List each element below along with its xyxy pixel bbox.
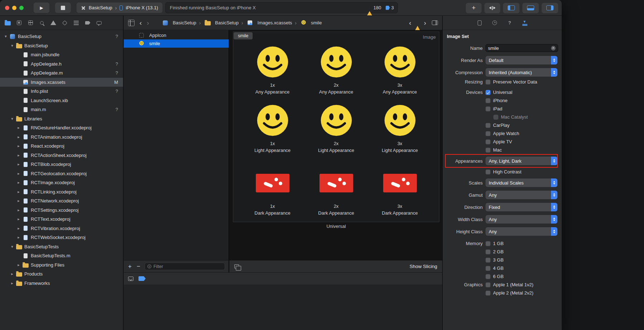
tree-item-rctanimation-xcodeproj[interactable]: ▸RCTAnimation.xcodeproj — [0, 133, 123, 142]
image-well[interactable] — [319, 167, 353, 200]
zoom-window-button[interactable] — [19, 6, 24, 10]
project-navigator-icon[interactable] — [4, 20, 11, 26]
image-well[interactable] — [383, 167, 417, 200]
image-well[interactable] — [256, 167, 289, 200]
image-well[interactable] — [384, 104, 416, 137]
disclosure-collapsed-icon[interactable]: ▸ — [16, 135, 21, 139]
tree-item-info-plist[interactable]: Info.plist? — [0, 87, 123, 96]
checkbox-apple-1-metal-1v2-[interactable] — [486, 282, 491, 287]
add-editor-button[interactable] — [432, 20, 438, 25]
tree-item-rctgeolocation-xcodeproj[interactable]: ▸RCTGeolocation.xcodeproj — [0, 169, 123, 178]
tree-item-main-m[interactable]: main.m? — [0, 105, 123, 114]
disclosure-expanded-icon[interactable]: ▾ — [9, 43, 15, 48]
breadcrumb-item-basicsetup[interactable]: BasicSetup — [204, 20, 239, 25]
tree-item-launchscreen-xib[interactable]: LaunchScreen.xib — [0, 96, 123, 105]
source-control-navigator-icon[interactable] — [16, 20, 22, 26]
disclosure-collapsed-icon[interactable]: ▸ — [16, 162, 21, 167]
popup-compression[interactable]: Inherited (Automatic) — [486, 68, 557, 77]
checkbox-preserve-vector-data[interactable] — [486, 80, 491, 85]
asset-list-item-smile[interactable]: smile — [124, 39, 229, 48]
disclosure-collapsed-icon[interactable]: ▸ — [9, 272, 15, 276]
checkbox-carplay[interactable] — [486, 123, 491, 128]
toggle-navigator-button[interactable] — [503, 3, 519, 13]
attributes-inspector-icon[interactable] — [522, 20, 528, 26]
tree-item-main-jsbundle[interactable]: main.jsbundle — [0, 50, 123, 59]
tree-item-basicsetuptests[interactable]: ▾BasicSetupTests — [0, 242, 123, 252]
checkbox-mac-catalyst[interactable] — [493, 115, 498, 120]
checkbox-1-gb[interactable] — [486, 241, 491, 246]
tree-item-basicsetup[interactable]: ▾BasicSetup — [0, 41, 123, 51]
breadcrumb-item-basicsetup[interactable]: BasicSetup — [161, 20, 196, 25]
tree-item-rngesturehandler-xcodeproj[interactable]: ▸RNGestureHandler.xcodeproj — [0, 123, 123, 133]
tree-item-basicsetuptests-m[interactable]: BasicSetupTests.m — [0, 251, 123, 260]
disclosure-collapsed-icon[interactable]: ▸ — [16, 190, 21, 194]
analyzer-badge[interactable]: 3 — [386, 5, 394, 10]
checkbox-4-gb[interactable] — [486, 266, 491, 271]
run-button[interactable]: ▶ — [34, 3, 49, 13]
test-navigator-icon[interactable] — [62, 20, 68, 26]
image-well[interactable] — [320, 46, 353, 78]
tree-item-appdelegate-m[interactable]: AppDelegate.m? — [0, 68, 123, 78]
name-input[interactable] — [488, 46, 551, 51]
report-navigator-icon[interactable] — [96, 20, 102, 26]
checkbox-2-gb[interactable] — [486, 249, 491, 254]
tree-item-rctblob-xcodeproj[interactable]: ▸RCTBlob.xcodeproj — [0, 160, 123, 169]
file-inspector-icon[interactable] — [477, 20, 483, 26]
go-forward-button[interactable]: › — [147, 20, 149, 26]
disclosure-collapsed-icon[interactable]: ▸ — [9, 281, 15, 286]
checkbox-apple-tv[interactable] — [486, 139, 491, 144]
previous-issue-button[interactable]: ‹ — [409, 20, 411, 26]
tree-item-basicsetup[interactable]: ▾BasicSetup? — [0, 32, 123, 41]
disclosure-collapsed-icon[interactable]: ▸ — [16, 235, 21, 240]
go-back-button[interactable]: ‹ — [140, 20, 142, 26]
filter-input[interactable] — [153, 264, 222, 269]
checkbox-3-gb[interactable] — [486, 258, 491, 263]
tree-item-rctimage-xcodeproj[interactable]: ▸RCTImage.xcodeproj — [0, 178, 123, 187]
tree-item-rctwebsocket-xcodeproj[interactable]: ▸RCTWebSocket.xcodeproj — [0, 233, 123, 242]
tree-item-images-xcassets[interactable]: Images.xcassetsM — [0, 78, 123, 87]
tree-item-rctsettings-xcodeproj[interactable]: ▸RCTSettings.xcodeproj — [0, 206, 123, 215]
popup-width-class[interactable]: Any — [486, 215, 557, 224]
disclosure-collapsed-icon[interactable]: ▸ — [16, 144, 21, 148]
tree-item-rctactionsheet-xcodeproj[interactable]: ▸RCTActionSheet.xcodeproj — [0, 151, 123, 160]
tree-item-libraries[interactable]: ▾Libraries — [0, 114, 123, 124]
symbol-navigator-icon[interactable] — [27, 20, 34, 26]
disclosure-collapsed-icon[interactable]: ▸ — [16, 125, 21, 130]
popup-render-as[interactable]: Default — [486, 56, 557, 64]
debug-navigator-icon[interactable] — [73, 20, 79, 26]
disclosure-collapsed-icon[interactable]: ▸ — [16, 171, 21, 176]
disclosure-expanded-icon[interactable]: ▾ — [3, 34, 9, 39]
code-review-button[interactable] — [484, 3, 500, 13]
checkbox-ipad[interactable] — [486, 106, 491, 111]
disclosure-expanded-icon[interactable]: ▾ — [9, 116, 15, 121]
popup-gamut[interactable]: Any — [486, 191, 557, 199]
tree-item-rcttext-xcodeproj[interactable]: ▸RCTText.xcodeproj — [0, 215, 123, 224]
disclosure-collapsed-icon[interactable]: ▸ — [16, 153, 21, 158]
warning-badge[interactable]: ! 180 — [367, 5, 381, 10]
remove-asset-button[interactable]: − — [136, 263, 141, 270]
disclosure-collapsed-icon[interactable]: ▸ — [16, 199, 21, 203]
checkbox-apple-2-metal-2v2-[interactable] — [486, 291, 491, 296]
disclosure-expanded-icon[interactable]: ▾ — [9, 244, 15, 249]
name-field[interactable] — [486, 44, 558, 52]
scheme-selector[interactable]: BasicSetup › iPhone X (13.1) — [77, 3, 162, 13]
checkbox-iphone[interactable] — [486, 98, 491, 103]
minimize-window-button[interactable] — [12, 6, 16, 10]
disclosure-collapsed-icon[interactable]: ▸ — [16, 208, 21, 212]
filter-field[interactable] — [145, 263, 225, 270]
add-asset-button[interactable]: + — [127, 263, 132, 270]
tree-item-products[interactable]: ▸Products — [0, 269, 123, 279]
image-well[interactable] — [320, 104, 353, 137]
quick-help-inspector-icon[interactable]: ? — [507, 20, 513, 26]
tree-item-supporting-files[interactable]: ▸Supporting Files — [0, 260, 123, 270]
asset-list-item-appicon[interactable]: AppIcon — [124, 31, 229, 39]
jump-bar-warning-icon[interactable] — [415, 20, 420, 25]
tree-item-frameworks[interactable]: ▸Frameworks — [0, 279, 123, 288]
tree-item-rctvibration-xcodeproj[interactable]: ▸RCTVibration.xcodeproj — [0, 224, 123, 233]
show-slicing-button[interactable]: Show Slicing — [410, 264, 437, 269]
toggle-inspector-button[interactable] — [542, 3, 558, 13]
breakpoints-toggle-icon[interactable] — [138, 276, 146, 281]
popup-height-class[interactable]: Any — [486, 227, 557, 236]
stop-button[interactable] — [55, 3, 71, 13]
related-items-icon[interactable] — [128, 20, 135, 26]
